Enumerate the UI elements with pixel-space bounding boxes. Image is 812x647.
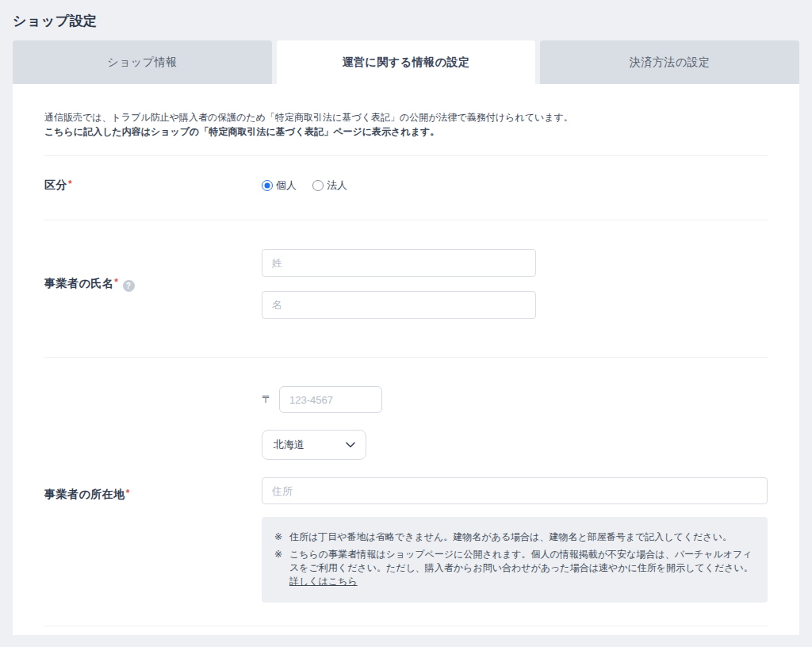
- tab-bar: ショップ情報 運営に関する情報の設定 決済方法の設定: [13, 40, 799, 84]
- radio-individual[interactable]: 個人: [262, 178, 297, 193]
- required-asterisk: *: [114, 277, 118, 288]
- first-name-input[interactable]: [262, 291, 536, 319]
- required-asterisk: *: [126, 488, 130, 499]
- note-marker: ※: [274, 530, 289, 544]
- radio-unchecked-icon[interactable]: [312, 180, 324, 191]
- note-text: こちらの事業者情報はショップページに公開されます。個人の情報掲載が不安な場合は、…: [289, 548, 755, 588]
- form-row-category: 区分* 個人 法人: [44, 156, 768, 220]
- radio-checked-icon[interactable]: [262, 180, 273, 191]
- prefecture-select[interactable]: 北海道: [262, 430, 366, 460]
- intro-line-2: こちらに記入した内容はショップの「特定商取引法に基づく表記」ページに表示されます…: [44, 124, 768, 139]
- note-item: ※ こちらの事業者情報はショップページに公開されます。個人の情報掲載が不安な場合…: [274, 548, 755, 588]
- divider: [44, 626, 768, 626]
- tab-label: 決済方法の設定: [630, 56, 710, 70]
- help-icon[interactable]: ?: [123, 280, 135, 292]
- form-row-operator-name: 事業者の氏名*?: [44, 220, 768, 357]
- chevron-down-icon: [346, 442, 355, 448]
- settings-panel: 通信販売では、トラブル防止や購入者の保護のため「特定商取引法に基づく表記」の公開…: [13, 84, 799, 635]
- page-title: ショップ設定: [0, 0, 812, 40]
- postal-code-row: 〒: [262, 386, 768, 413]
- required-asterisk: *: [68, 178, 72, 190]
- prefecture-value: 北海道: [274, 438, 304, 452]
- note-item: ※ 住所は丁目や番地は省略できません。建物名がある場合は、建物名と部屋番号まで記…: [274, 530, 755, 544]
- address-input[interactable]: [262, 477, 768, 504]
- details-link[interactable]: 詳しくはこちら: [289, 575, 358, 588]
- tab-label: ショップ情報: [107, 56, 177, 70]
- intro-line-1: 通信販売では、トラブル防止や購入者の保護のため「特定商取引法に基づく表記」の公開…: [44, 110, 768, 124]
- operator-address-label: 事業者の所在地*: [44, 488, 262, 502]
- tab-operation-info[interactable]: 運営に関する情報の設定: [277, 40, 536, 84]
- radio-corporate[interactable]: 法人: [312, 178, 347, 193]
- tab-payment-settings[interactable]: 決済方法の設定: [540, 40, 799, 84]
- address-note-box: ※ 住所は丁目や番地は省略できません。建物名がある場合は、建物名と部屋番号まで記…: [262, 517, 768, 603]
- note-text: 住所は丁目や番地は省略できません。建物名がある場合は、建物名と部屋番号まで記入し…: [289, 530, 755, 544]
- operator-name-label: 事業者の氏名*?: [44, 277, 262, 292]
- radio-label: 法人: [327, 178, 347, 193]
- radio-label: 個人: [276, 178, 297, 193]
- category-radio-group: 個人 法人: [262, 178, 768, 193]
- category-label: 区分*: [44, 178, 262, 193]
- tab-shop-info[interactable]: ショップ情報: [13, 40, 272, 84]
- intro-text: 通信販売では、トラブル防止や購入者の保護のため「特定商取引法に基づく表記」の公開…: [44, 84, 768, 139]
- postal-code-input[interactable]: [279, 386, 382, 413]
- last-name-input[interactable]: [262, 249, 536, 277]
- note-marker: ※: [274, 548, 289, 588]
- form-row-operator-address: 事業者の所在地* 〒 北海道 ※ 住所は丁目や番地は省略できません。建物名がある…: [44, 358, 768, 626]
- postal-mark: 〒: [262, 392, 272, 407]
- tab-label: 運営に関する情報の設定: [343, 56, 470, 70]
